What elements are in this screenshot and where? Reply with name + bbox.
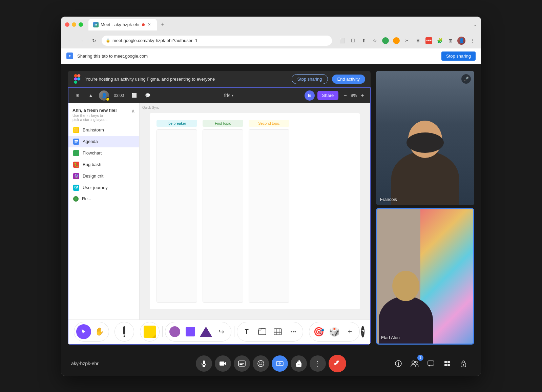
cast-icon[interactable]: ⬜ [337, 36, 347, 45]
sharing-tab-icon: ⬆ [66, 53, 73, 59]
sticky-note-tool-button[interactable] [142, 324, 157, 339]
mic-button[interactable] [196, 355, 212, 372]
people-button[interactable]: 3 [407, 356, 422, 371]
add-sticker-button[interactable]: + [342, 324, 357, 339]
table-tool-button[interactable] [270, 324, 285, 339]
ext-grid[interactable]: ⊞ [446, 36, 455, 45]
tab-title: Meet - aky-hzpk-ehr [101, 22, 140, 27]
svg-rect-6 [75, 141, 78, 142]
text-tool-button[interactable]: T [239, 324, 254, 339]
lock-meeting-button[interactable] [456, 356, 471, 371]
figma-share-button[interactable]: Share [317, 91, 339, 100]
svg-rect-42 [398, 363, 399, 366]
figma-zoom-out-button[interactable]: − [341, 91, 349, 100]
browser-stop-sharing-button[interactable]: Stop sharing [441, 51, 476, 61]
svg-rect-29 [239, 364, 243, 365]
design-crit-icon: 🔮 [73, 173, 79, 179]
url-bar[interactable]: 🔒 meet.google.com/aky-hzpk-ehr?authuser=… [102, 36, 332, 46]
chrome-menu-button[interactable]: ⋮ [467, 36, 477, 45]
sidebar-item-flowchart[interactable]: Flowchart [68, 147, 139, 159]
sidebar-label-bug-bash: Bug bash [83, 162, 101, 167]
chat-button[interactable] [423, 356, 438, 371]
tab-close-button[interactable]: ✕ [147, 22, 152, 27]
share-page-icon[interactable]: ⬆ [359, 36, 369, 45]
close-button[interactable] [65, 22, 69, 27]
ext-scissors[interactable]: ✂ [402, 36, 412, 45]
shape-triangle-button[interactable] [199, 324, 213, 339]
new-tab-button[interactable]: + [158, 20, 168, 29]
shape-circle-button[interactable] [167, 324, 182, 339]
select-tool-button[interactable] [76, 324, 91, 339]
svg-rect-7 [75, 142, 77, 143]
svg-rect-1 [77, 74, 80, 77]
figma-main-menu-button[interactable]: ⊞ [72, 90, 83, 101]
meeting-info-button[interactable] [391, 356, 406, 371]
elad-video-bg [377, 209, 473, 344]
pencil-tool-button[interactable] [117, 324, 132, 339]
brainstorm-icon: 🟨 [73, 127, 79, 133]
sidebar-item-recording[interactable]: Re... [68, 193, 139, 204]
user-avatar[interactable]: 👤 [457, 36, 466, 45]
hand-tool-button[interactable]: ✋ [92, 324, 107, 339]
minimize-button[interactable] [72, 22, 76, 27]
active-tab[interactable]: M Meet - aky-hzpk-ehr ✕ [88, 19, 157, 30]
figma-zoom-in-button[interactable]: + [358, 91, 367, 100]
more-tools-button[interactable]: ••• [286, 324, 301, 339]
figma-canvas[interactable]: Quick Sync Ice breaker First topic [140, 103, 370, 319]
arrow-tool-button[interactable]: ↪ [214, 324, 229, 339]
ext-orange[interactable] [392, 36, 401, 45]
ext-abp[interactable]: ABP [424, 36, 434, 45]
sidebar-item-agenda[interactable]: Agenda [68, 136, 139, 147]
camera-button[interactable] [215, 355, 231, 372]
svg-rect-23 [203, 360, 205, 364]
ext-check[interactable] [381, 36, 390, 45]
back-button[interactable]: ← [65, 36, 75, 45]
address-bar: ← → ↻ 🔒 meet.google.com/aky-hzpk-ehr?aut… [61, 33, 481, 48]
stop-sharing-button[interactable]: Stop sharing [292, 74, 328, 84]
svg-rect-10 [76, 153, 77, 154]
sidebar-item-brainstorm[interactable]: 🟨 Brainstorm [68, 124, 139, 136]
ext-monitor[interactable]: 🖥 [413, 36, 423, 45]
figma-file-title[interactable]: fds ▾ [156, 93, 301, 98]
meeting-code: aky-hzpk-ehr [71, 361, 196, 366]
present-button[interactable] [272, 355, 288, 372]
maximize-button[interactable] [79, 22, 83, 27]
tool-section-stickers: 🎯 🎲 + [309, 322, 360, 342]
forward-button[interactable]: → [77, 36, 87, 45]
window-menu-button[interactable]: ⌄ [474, 22, 477, 27]
ext-puzzle[interactable]: 🧩 [435, 36, 444, 45]
help-button[interactable]: ? [361, 326, 364, 337]
figma-layout-tool[interactable]: ⬜ [129, 90, 140, 101]
end-activity-button[interactable]: End activity [332, 75, 365, 84]
captions-button[interactable] [234, 355, 250, 372]
figma-sidebar-collapse-icon[interactable]: ∧ [131, 108, 135, 114]
raise-hand-button[interactable] [291, 355, 307, 372]
bookmark-icon[interactable]: ☆ [370, 36, 379, 45]
figma-activity-text: You're hosting an activity using Figma, … [85, 77, 288, 82]
activities-button[interactable] [440, 356, 455, 371]
sticker-1-button[interactable]: 🎯 [311, 324, 326, 339]
sidebar-item-design-crit[interactable]: 🔮 Design crit [68, 170, 139, 182]
refresh-button[interactable]: ↻ [89, 36, 99, 45]
sidebar-label-brainstorm: Brainstorm [83, 127, 104, 132]
svg-rect-5 [75, 140, 78, 141]
video-panel: Francois 🎤 ••• Elad Alon [376, 71, 474, 345]
meet-content: You're hosting an activity using Figma, … [61, 64, 481, 376]
figma-logo-icon [73, 75, 81, 83]
traffic-lights [65, 22, 83, 27]
end-call-button[interactable] [329, 355, 346, 372]
shape-rect-button[interactable] [183, 324, 198, 339]
emoji-button[interactable] [253, 355, 269, 372]
sidebar-item-bug-bash[interactable]: 🐛 Bug bash [68, 159, 139, 170]
section-tool-button[interactable] [255, 324, 270, 339]
save-icon[interactable]: ☐ [348, 36, 358, 45]
sidebar-item-user-journey[interactable]: 🗺 User journey [68, 182, 139, 193]
more-options-button[interactable]: ⋮ [310, 355, 326, 372]
sticker-2-button[interactable]: 🎲 [327, 324, 342, 339]
svg-rect-28 [239, 363, 244, 364]
column-body-ice-breaker [157, 129, 197, 303]
figma-move-tool[interactable]: ▲ [85, 90, 96, 101]
meet-bottom-bar: aky-hzpk-ehr [61, 351, 481, 376]
svg-rect-39 [296, 365, 301, 367]
figma-comment-tool[interactable]: 💬 [142, 90, 153, 101]
